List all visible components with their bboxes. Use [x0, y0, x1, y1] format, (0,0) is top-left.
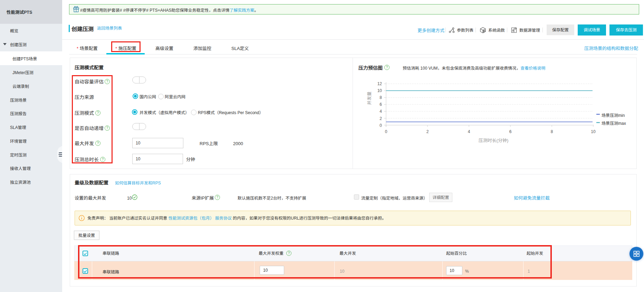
svg-text:4: 4: [379, 109, 382, 114]
svg-text:0: 0: [379, 123, 382, 128]
svg-text:2: 2: [379, 116, 382, 121]
svg-text:10: 10: [377, 88, 382, 93]
svg-text:0: 0: [385, 129, 387, 134]
svg-text:并发量: 并发量: [367, 91, 372, 105]
svg-text:6: 6: [509, 129, 512, 134]
svg-text:4: 4: [468, 129, 470, 134]
svg-text:10: 10: [591, 129, 596, 134]
svg-text:2: 2: [426, 129, 429, 134]
svg-text:场景压测min: 场景压测min: [602, 113, 625, 118]
svg-text:8: 8: [551, 129, 553, 134]
svg-text:压测时长(分钟): 压测时长(分钟): [479, 138, 509, 143]
svg-text:12: 12: [377, 81, 382, 86]
svg-text:8: 8: [379, 95, 382, 100]
svg-text:6: 6: [379, 102, 382, 107]
svg-text:场景压测max: 场景压测max: [602, 121, 626, 126]
